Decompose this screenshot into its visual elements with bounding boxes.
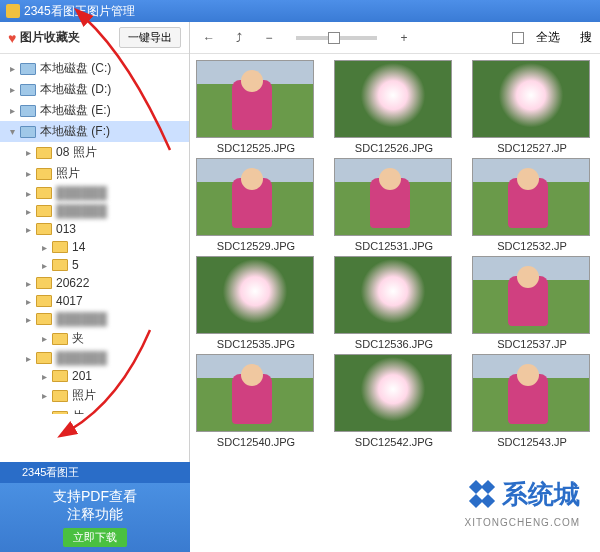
thumbnail[interactable]: SDC12525.JPG: [196, 60, 316, 154]
thumbnail-image[interactable]: [196, 256, 314, 334]
tree-folder[interactable]: ▸5: [0, 256, 189, 274]
drive-icon: [20, 63, 36, 75]
thumbnail-image[interactable]: [472, 158, 590, 236]
app-icon: [6, 4, 20, 18]
tree-folder[interactable]: ▸██████: [0, 349, 189, 367]
tree-folder[interactable]: ▸013: [0, 220, 189, 238]
thumbnail-grid: SDC12525.JPGSDC12526.JPGSDC12527.JPSDC12…: [190, 54, 600, 454]
window-title: 2345看图王图片管理: [24, 0, 135, 22]
tree-toggle-icon[interactable]: ▸: [22, 188, 34, 199]
tree-folder[interactable]: ▸██████: [0, 202, 189, 220]
thumbnail-image[interactable]: [196, 158, 314, 236]
thumbnail-image[interactable]: [334, 256, 452, 334]
thumbnail-label: SDC12535.JPG: [196, 338, 316, 350]
thumbnail-image[interactable]: [472, 256, 590, 334]
drive-label: 本地磁盘 (F:): [40, 123, 110, 140]
folder-label: ██████: [56, 186, 107, 200]
tree-drive[interactable]: ▾本地磁盘 (F:): [0, 121, 189, 142]
thumbnail[interactable]: SDC12542.JPG: [334, 354, 454, 448]
folder-icon: [52, 370, 68, 382]
tree-folder[interactable]: ▸20622: [0, 274, 189, 292]
tree-toggle-icon[interactable]: ▸: [6, 63, 18, 74]
tree-toggle-icon[interactable]: ▸: [38, 333, 50, 344]
thumbnail-image[interactable]: [196, 60, 314, 138]
folder-label: 013: [56, 222, 76, 236]
thumbnail[interactable]: SDC12527.JP: [472, 60, 592, 154]
tree-toggle-icon[interactable]: ▸: [22, 353, 34, 364]
thumbnail-label: SDC12526.JPG: [334, 142, 454, 154]
thumbnail-label: SDC12527.JP: [472, 142, 592, 154]
thumbnail-image[interactable]: [334, 354, 452, 432]
tree-drive[interactable]: ▸本地磁盘 (E:): [0, 100, 189, 121]
zoom-out-button[interactable]: −: [258, 27, 280, 49]
export-button[interactable]: 一键导出: [119, 27, 181, 48]
thumbnail-image[interactable]: [472, 354, 590, 432]
ad-banner[interactable]: 支持PDF查看 注释功能 立即下载: [0, 483, 190, 520]
folder-icon: [36, 313, 52, 325]
tree-folder[interactable]: ▸14: [0, 238, 189, 256]
select-all-label: 全选: [536, 29, 560, 46]
tree-toggle-icon[interactable]: ▸: [22, 224, 34, 235]
thumbnail[interactable]: SDC12526.JPG: [334, 60, 454, 154]
folder-icon: [36, 223, 52, 235]
tree-toggle-icon[interactable]: ▸: [6, 84, 18, 95]
tree-toggle-icon[interactable]: ▸: [6, 105, 18, 116]
tree-toggle-icon[interactable]: ▸: [22, 278, 34, 289]
thumbnail[interactable]: SDC12535.JPG: [196, 256, 316, 350]
back-button[interactable]: ←: [198, 27, 220, 49]
heart-icon: ♥: [8, 30, 16, 46]
thumbnail[interactable]: SDC12540.JPG: [196, 354, 316, 448]
tree-folder[interactable]: ▸照片: [0, 385, 189, 406]
sidebar: ♥ 图片收藏夹 一键导出 ▸本地磁盘 (C:)▸本地磁盘 (D:)▸本地磁盘 (…: [0, 22, 190, 520]
zoom-handle[interactable]: [328, 32, 340, 44]
tree-toggle-icon[interactable]: ▸: [38, 390, 50, 401]
thumbnail-label: SDC12540.JPG: [196, 436, 316, 448]
thumbnail-label: SDC12537.JP: [472, 338, 592, 350]
main-panel: ← ⤴ − + 全选 搜 SDC12525.JPGSDC12526.JPGSDC…: [190, 22, 600, 520]
folder-label: 照片: [56, 165, 80, 182]
app-icon-small: [6, 467, 18, 479]
thumbnail-label: SDC12529.JPG: [196, 240, 316, 252]
tree-toggle-icon[interactable]: ▸: [22, 314, 34, 325]
tree-toggle-icon[interactable]: ▸: [22, 168, 34, 179]
tree-toggle-icon[interactable]: ▸: [22, 147, 34, 158]
search-label[interactable]: 搜: [580, 29, 592, 46]
select-all-checkbox[interactable]: [512, 32, 524, 44]
zoom-in-button[interactable]: +: [393, 27, 415, 49]
up-button[interactable]: ⤴: [228, 27, 250, 49]
tree-toggle-icon[interactable]: ▸: [38, 371, 50, 382]
tree-folder[interactable]: ▸08 照片: [0, 142, 189, 163]
tree-drive[interactable]: ▸本地磁盘 (C:): [0, 58, 189, 79]
tree-toggle-icon[interactable]: ▸: [22, 296, 34, 307]
tree-folder[interactable]: ▸4017: [0, 292, 189, 310]
thumbnail-image[interactable]: [334, 158, 452, 236]
thumbnail-image[interactable]: [196, 354, 314, 432]
zoom-slider[interactable]: [296, 36, 377, 40]
tree-folder[interactable]: ▸片: [0, 406, 189, 414]
tree-folder[interactable]: ▸夹: [0, 328, 189, 349]
thumbnail[interactable]: SDC12531.JPG: [334, 158, 454, 252]
thumbnail[interactable]: SDC12536.JPG: [334, 256, 454, 350]
tree-folder[interactable]: ▸██████: [0, 310, 189, 328]
tree-folder[interactable]: ▸201: [0, 367, 189, 385]
folder-label: 5: [72, 258, 79, 272]
folder-label: 08 照片: [56, 144, 97, 161]
thumbnail[interactable]: SDC12532.JP: [472, 158, 592, 252]
thumbnail-label: SDC12532.JP: [472, 240, 592, 252]
tree-toggle-icon[interactable]: ▾: [6, 126, 18, 137]
tree-toggle-icon[interactable]: ▸: [38, 260, 50, 271]
thumbnail-image[interactable]: [334, 60, 452, 138]
tree-drive[interactable]: ▸本地磁盘 (D:): [0, 79, 189, 100]
tree-folder[interactable]: ▸照片: [0, 163, 189, 184]
tree-folder[interactable]: ▸██████: [0, 184, 189, 202]
folder-label: ██████: [56, 312, 107, 326]
taskbar-app[interactable]: 2345看图王: [0, 462, 190, 483]
tree-toggle-icon[interactable]: ▸: [22, 206, 34, 217]
thumbnail[interactable]: SDC12537.JP: [472, 256, 592, 350]
tree-toggle-icon[interactable]: ▸: [38, 242, 50, 253]
thumbnail[interactable]: SDC12529.JPG: [196, 158, 316, 252]
thumbnail[interactable]: SDC12543.JP: [472, 354, 592, 448]
tree-toggle-icon[interactable]: ▸: [38, 411, 50, 414]
folder-label: 14: [72, 240, 85, 254]
thumbnail-image[interactable]: [472, 60, 590, 138]
